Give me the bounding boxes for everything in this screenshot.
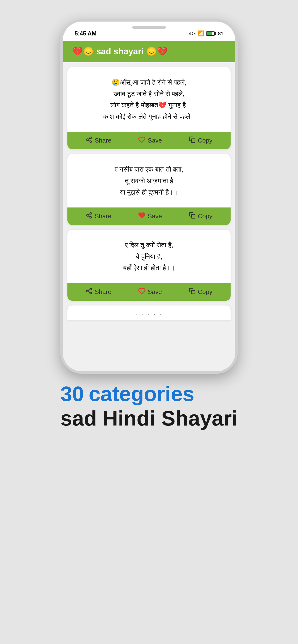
copy-label-2: Copy bbox=[198, 212, 213, 220]
heart-icon-3 bbox=[138, 288, 145, 296]
shayari-text-2: ए नसीब जरा एक बात तो बता, तू सबको आज़मात… bbox=[67, 154, 231, 208]
share-label-1: Share bbox=[95, 137, 111, 144]
save-button-1[interactable]: Save bbox=[138, 136, 162, 145]
card-3-actions: Share Save bbox=[67, 283, 231, 301]
signal-icon: 4G bbox=[189, 30, 196, 37]
status-bar: 5:45 AM 4G 📶 81 bbox=[63, 22, 235, 41]
save-label-2: Save bbox=[148, 212, 162, 220]
partial-card-dots: · · · · · bbox=[67, 306, 231, 320]
shayari-card-3: ए दिल तू क्यों रोता है, ये दुनिया है, यह… bbox=[67, 230, 231, 301]
phone-screen: 5:45 AM 4G 📶 81 bbox=[63, 22, 235, 371]
copy-icon-3 bbox=[189, 288, 196, 296]
share-button-3[interactable]: Share bbox=[86, 288, 111, 296]
svg-rect-17 bbox=[191, 290, 195, 294]
share-button-2[interactable]: Share bbox=[86, 212, 111, 220]
status-right-icons: 4G 📶 81 bbox=[189, 30, 223, 37]
copy-button-2[interactable]: Copy bbox=[189, 212, 213, 220]
svg-line-15 bbox=[88, 292, 90, 293]
save-button-3[interactable]: Save bbox=[138, 288, 162, 296]
mute-button bbox=[60, 70, 61, 86]
svg-rect-11 bbox=[191, 215, 195, 218]
share-button-1[interactable]: Share bbox=[86, 136, 111, 145]
battery-indicator bbox=[206, 32, 216, 36]
subtitle-text: sad Hindi Shayari bbox=[60, 407, 238, 430]
share-icon-3 bbox=[86, 288, 92, 296]
status-time: 5:45 AM bbox=[75, 30, 96, 37]
shayari-card-2: ए नसीब जरा एक बात तो बता, तू सबको आज़मात… bbox=[67, 154, 231, 225]
svg-rect-5 bbox=[191, 139, 195, 142]
svg-line-4 bbox=[88, 138, 90, 140]
share-label-2: Share bbox=[95, 212, 111, 220]
bottom-section: 30 categories sad Hindi Shayari bbox=[46, 383, 252, 430]
categories-label: categories bbox=[89, 383, 194, 404]
battery-percent: 81 bbox=[218, 31, 223, 36]
copy-icon-1 bbox=[189, 136, 196, 145]
svg-line-3 bbox=[88, 140, 90, 141]
phone-outer-shell: 5:45 AM 4G 📶 81 bbox=[60, 19, 238, 374]
shayari-text-1: 😢आँसू आ जाते है रोने से पहले, ख्वाब टूट … bbox=[67, 67, 231, 132]
page-background: 5:45 AM 4G 📶 81 bbox=[0, 0, 298, 644]
shayari-card-1: 😢आँसू आ जाते है रोने से पहले, ख्वाब टूट … bbox=[67, 67, 231, 149]
share-icon-2 bbox=[86, 212, 92, 220]
copy-label-3: Copy bbox=[198, 288, 213, 296]
save-label-1: Save bbox=[148, 137, 162, 144]
notch-pill bbox=[132, 26, 166, 29]
copy-button-1[interactable]: Copy bbox=[189, 136, 213, 145]
share-icon-1 bbox=[86, 136, 92, 145]
app-title: 💔😞 sad shayari 😞💔 bbox=[72, 46, 168, 56]
svg-line-16 bbox=[88, 290, 90, 291]
share-label-3: Share bbox=[95, 288, 111, 296]
screen-content: 😢आँसू आ जाते है रोने से पहले, ख्वाब टूट … bbox=[63, 62, 235, 371]
copy-button-3[interactable]: Copy bbox=[189, 288, 213, 296]
heart-icon-2 bbox=[138, 212, 145, 221]
shayari-text-3: ए दिल तू क्यों रोता है, ये दुनिया है, यह… bbox=[67, 230, 231, 283]
copy-label-1: Copy bbox=[198, 137, 213, 144]
categories-count: 30 bbox=[60, 383, 84, 404]
power-button bbox=[237, 89, 238, 112]
heart-icon-1 bbox=[138, 136, 145, 145]
svg-line-9 bbox=[88, 216, 90, 217]
volume-down-button bbox=[60, 124, 61, 148]
card-1-actions: Share Save bbox=[67, 132, 231, 149]
partial-card: · · · · · bbox=[67, 306, 231, 320]
card-2-actions: Share Save bbox=[67, 208, 231, 225]
save-button-2[interactable]: Save bbox=[138, 212, 162, 221]
wifi-icon: 📶 bbox=[198, 30, 204, 37]
copy-icon-2 bbox=[189, 212, 196, 220]
save-label-3: Save bbox=[148, 288, 162, 296]
app-header: 💔😞 sad shayari 😞💔 bbox=[63, 41, 235, 62]
volume-up-button bbox=[60, 94, 61, 118]
phone-mockup: 5:45 AM 4G 📶 81 bbox=[60, 19, 238, 374]
svg-line-10 bbox=[88, 214, 90, 215]
